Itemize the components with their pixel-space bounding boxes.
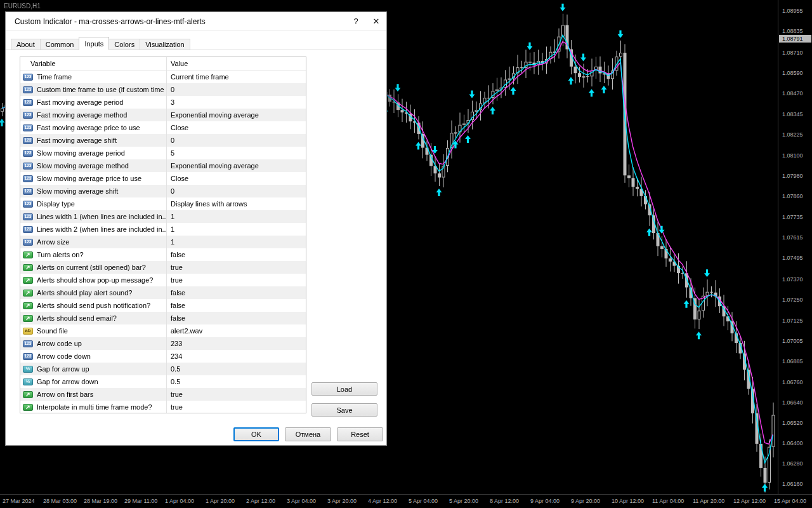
param-row[interactable]: 123Fast moving average period3 xyxy=(20,96,306,109)
boolean-param-icon: ↗ xyxy=(23,302,33,309)
param-row[interactable]: 123Arrow code down234 xyxy=(20,350,306,363)
param-value[interactable]: Display lines with arrows xyxy=(166,197,306,210)
tab-colors[interactable]: Colors xyxy=(108,39,140,50)
numeric-param-icon: 123 xyxy=(23,201,33,208)
param-label: Fast moving average price to use xyxy=(37,124,140,131)
param-value[interactable]: false xyxy=(166,312,306,324)
time-axis[interactable]: 27 Mar 202428 Mar 03:0028 Mar 19:0029 Ma… xyxy=(0,494,812,508)
tab-common[interactable]: Common xyxy=(40,39,80,50)
cancel-button[interactable]: Отмена xyxy=(285,427,331,441)
price-label: 1.07615 xyxy=(782,234,803,241)
param-row[interactable]: ↗Alerts should show pop-up message?true xyxy=(20,274,306,286)
param-value[interactable]: 234 xyxy=(166,350,306,363)
dialog-titlebar[interactable]: Custom Indicator - ma-crosses-arrows-or-… xyxy=(6,12,386,31)
boolean-param-icon: ↗ xyxy=(23,391,33,398)
time-label: 29 Mar 11:00 xyxy=(124,498,157,504)
param-row[interactable]: ↗Alerts should play alert sound?false xyxy=(20,286,306,299)
load-button[interactable]: Load xyxy=(311,382,377,396)
param-label-cell: 123Slow moving average period xyxy=(20,147,166,159)
numeric-param-icon: 123 xyxy=(23,74,33,81)
param-row[interactable]: abSound filealert2.wav xyxy=(20,324,306,337)
param-label-cell: ↗Arrow on first bars xyxy=(20,388,166,401)
param-label-cell: ↗Alerts should play alert sound? xyxy=(20,286,166,299)
time-label: 15 Apr 04:00 xyxy=(774,498,806,504)
param-label: Alerts on current (still opened) bar? xyxy=(37,264,146,271)
param-row[interactable]: 123Time frameCurrent time frame xyxy=(20,70,306,83)
reset-button[interactable]: Reset xyxy=(337,427,383,441)
save-button[interactable]: Save xyxy=(311,403,377,417)
param-row[interactable]: 123Slow moving average methodExponential… xyxy=(20,159,306,172)
tab-inputs[interactable]: Inputs xyxy=(79,37,109,50)
param-value[interactable]: false xyxy=(166,299,306,312)
tab-about[interactable]: About xyxy=(11,39,41,50)
param-value[interactable]: 0 xyxy=(166,83,306,96)
time-label: 11 Apr 04:00 xyxy=(652,498,684,504)
param-value[interactable]: false xyxy=(166,248,306,261)
param-value[interactable]: true xyxy=(166,274,306,286)
price-label: 1.07005 xyxy=(782,338,803,344)
param-row[interactable]: 123Slow moving average period5 xyxy=(20,147,306,159)
param-row[interactable]: 123Display typeDisplay lines with arrows xyxy=(20,197,306,210)
param-value[interactable]: 1 xyxy=(166,223,306,236)
ok-button[interactable]: OK xyxy=(233,427,279,441)
param-value[interactable]: Close xyxy=(166,121,306,134)
param-row[interactable]: 123Arrow size1 xyxy=(20,236,306,248)
param-label-cell: 123Arrow size xyxy=(20,236,166,248)
param-label: Arrow size xyxy=(37,238,69,246)
param-row[interactable]: 123Fast moving average price to useClose xyxy=(20,121,306,134)
close-icon[interactable]: ✕ xyxy=(366,12,386,31)
param-label: Sound file xyxy=(37,327,68,335)
param-value[interactable]: true xyxy=(166,401,306,413)
param-value[interactable]: Exponential moving average xyxy=(166,109,306,121)
time-label: 2 Apr 12:00 xyxy=(246,498,275,504)
param-label-cell: 123Display type xyxy=(20,197,166,210)
param-value[interactable]: 0.5 xyxy=(166,363,306,375)
param-value[interactable]: Exponential moving average xyxy=(166,159,306,172)
param-value[interactable]: true xyxy=(166,261,306,274)
param-label-cell: 123Time frame xyxy=(20,70,166,83)
param-value[interactable]: 1 xyxy=(166,236,306,248)
param-value[interactable]: Current time frame xyxy=(166,70,306,83)
param-row[interactable]: 123Lines width 1 (when lines are include… xyxy=(20,210,306,223)
param-value[interactable]: 5 xyxy=(166,147,306,159)
price-axis[interactable]: 1.08791 1.089551.088351.087101.085901.08… xyxy=(778,0,812,494)
param-row[interactable]: 123Slow moving average shift0 xyxy=(20,185,306,197)
param-value[interactable]: 3 xyxy=(166,96,306,109)
param-row[interactable]: 123Fast moving average methodExponential… xyxy=(20,109,306,121)
param-row[interactable]: ↗Alerts should send email?false xyxy=(20,312,306,324)
param-value[interactable]: false xyxy=(166,286,306,299)
param-row[interactable]: 123Slow moving average price to useClose xyxy=(20,172,306,185)
time-label: 9 Apr 20:00 xyxy=(571,498,600,504)
param-value[interactable]: 233 xyxy=(166,337,306,350)
param-value[interactable]: alert2.wav xyxy=(166,324,306,337)
column-header-value: Value xyxy=(166,57,306,70)
price-label: 1.08225 xyxy=(782,131,803,138)
param-value[interactable]: true xyxy=(166,388,306,401)
param-row[interactable]: ↗Turn alerts on?false xyxy=(20,248,306,261)
tab-visualization[interactable]: Visualization xyxy=(140,39,190,50)
param-label: Lines width 1 (when lines are included i… xyxy=(37,213,166,220)
param-label: Lines width 2 (when lines are included i… xyxy=(37,225,166,233)
param-value[interactable]: 1 xyxy=(166,210,306,223)
time-label: 5 Apr 04:00 xyxy=(409,498,438,504)
param-row[interactable]: ↗Alerts on current (still opened) bar?tr… xyxy=(20,261,306,274)
dialog-title: Custom Indicator - ma-crosses-arrows-or-… xyxy=(15,17,346,26)
param-row[interactable]: ↗Arrow on first barstrue xyxy=(20,388,306,401)
param-value[interactable]: 0 xyxy=(166,134,306,147)
numeric-param-icon: 123 xyxy=(23,137,33,144)
param-value[interactable]: 0 xyxy=(166,185,306,197)
boolean-param-icon: ↗ xyxy=(23,404,33,411)
param-row[interactable]: 123Custom time frame to use (if custom t… xyxy=(20,83,306,96)
param-value[interactable]: Close xyxy=(166,172,306,185)
price-label: 1.06760 xyxy=(782,379,803,385)
param-row[interactable]: 123Lines width 2 (when lines are include… xyxy=(20,223,306,236)
param-row[interactable]: 123Arrow code up233 xyxy=(20,337,306,350)
param-row[interactable]: ½Gap for arrow down0.5 xyxy=(20,375,306,388)
help-icon[interactable]: ? xyxy=(346,12,366,31)
param-value[interactable]: 0.5 xyxy=(166,375,306,388)
param-label: Display type xyxy=(37,200,75,208)
param-row[interactable]: ↗Alerts should send push notification?fa… xyxy=(20,299,306,312)
param-row[interactable]: ↗Interpolate in multi time frame mode?tr… xyxy=(20,401,306,413)
param-row[interactable]: ½Gap for arrow up0.5 xyxy=(20,363,306,375)
param-row[interactable]: 123Fast moving average shift0 xyxy=(20,134,306,147)
